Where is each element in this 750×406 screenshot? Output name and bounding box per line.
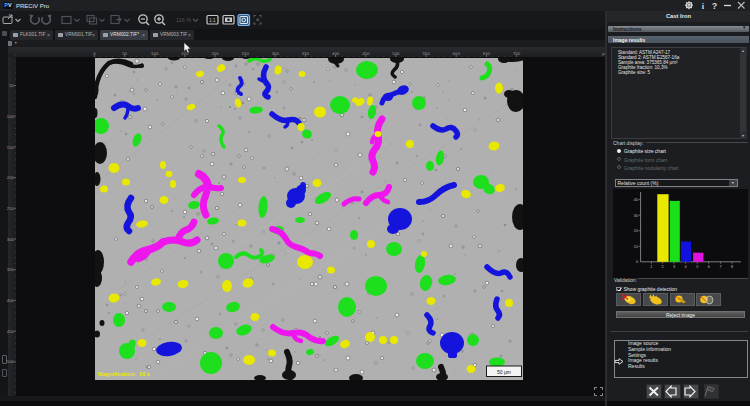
svg-text:0: 0 bbox=[93, 51, 96, 56]
svg-text:1:1: 1:1 bbox=[209, 18, 216, 23]
svg-text:400: 400 bbox=[7, 298, 15, 303]
svg-text:200: 200 bbox=[211, 51, 219, 56]
svg-text:250: 250 bbox=[7, 206, 15, 211]
svg-text:500: 500 bbox=[7, 359, 15, 364]
svg-text:300: 300 bbox=[7, 237, 15, 242]
svg-text:5: 5 bbox=[696, 265, 698, 269]
svg-text:450: 450 bbox=[7, 329, 15, 334]
svg-text:7: 7 bbox=[720, 265, 722, 269]
svg-text:3: 3 bbox=[673, 265, 675, 269]
svg-text:10: 10 bbox=[634, 245, 638, 249]
svg-text:350: 350 bbox=[302, 51, 310, 56]
svg-text:i: i bbox=[702, 1, 705, 11]
svg-text:100: 100 bbox=[151, 51, 159, 56]
svg-text:2: 2 bbox=[662, 265, 664, 269]
svg-text:350: 350 bbox=[7, 267, 15, 272]
svg-text:6: 6 bbox=[708, 265, 710, 269]
svg-text:650: 650 bbox=[483, 51, 491, 56]
svg-text:50: 50 bbox=[122, 51, 127, 56]
svg-text:500: 500 bbox=[392, 51, 400, 56]
svg-text:600: 600 bbox=[453, 51, 461, 56]
svg-text:550: 550 bbox=[422, 51, 430, 56]
svg-text:200: 200 bbox=[7, 175, 15, 180]
svg-text:8: 8 bbox=[731, 265, 733, 269]
svg-text:100: 100 bbox=[7, 114, 15, 119]
svg-text:Magnification: 10 x: Magnification: 10 x bbox=[98, 371, 151, 377]
svg-text:30: 30 bbox=[634, 214, 638, 218]
svg-text:20: 20 bbox=[634, 229, 638, 233]
svg-text:4: 4 bbox=[685, 265, 687, 269]
svg-text:50 µm: 50 µm bbox=[497, 369, 511, 375]
svg-text:50: 50 bbox=[9, 83, 14, 88]
svg-text:40: 40 bbox=[634, 198, 638, 202]
svg-text:1: 1 bbox=[650, 265, 652, 269]
svg-text:0: 0 bbox=[636, 260, 638, 264]
svg-text:250: 250 bbox=[242, 51, 250, 56]
svg-text:400: 400 bbox=[332, 51, 340, 56]
svg-text:700: 700 bbox=[513, 51, 521, 56]
svg-text:?: ? bbox=[712, 1, 718, 11]
svg-text:116 %: 116 % bbox=[176, 17, 191, 23]
svg-text:300: 300 bbox=[272, 51, 280, 56]
svg-text:150: 150 bbox=[7, 145, 15, 150]
svg-text:450: 450 bbox=[362, 51, 370, 56]
